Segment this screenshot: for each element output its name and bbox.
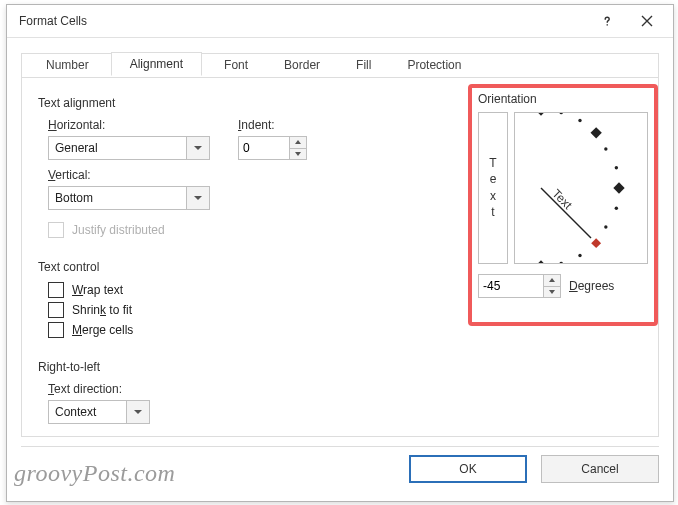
orientation-dial-svg: Text — [515, 113, 647, 263]
justify-distributed-label: Justify distributed — [72, 223, 165, 237]
tab-alignment[interactable]: Alignment — [111, 52, 202, 76]
vertical-label: Vertical: — [48, 168, 338, 182]
svg-point-6 — [578, 254, 581, 257]
orientation-dial-word: Text — [549, 187, 575, 213]
horizontal-value: General — [49, 141, 186, 155]
vertical-value: Bottom — [49, 191, 186, 205]
tab-font[interactable]: Font — [210, 53, 262, 77]
checkbox-box — [48, 222, 64, 238]
dialog-buttons: OK Cancel — [21, 446, 659, 491]
checkbox-box[interactable] — [48, 302, 64, 318]
degrees-up[interactable] — [544, 275, 560, 287]
indent-down[interactable] — [290, 149, 306, 160]
indent-value[interactable] — [239, 137, 289, 159]
svg-point-7 — [559, 262, 562, 263]
tab-protection[interactable]: Protection — [393, 53, 475, 77]
cancel-button[interactable]: Cancel — [541, 455, 659, 483]
dialog-body: Number Alignment Font Border Fill Protec… — [21, 53, 659, 437]
degrees-label: Degrees — [569, 279, 614, 293]
title-bar: Format Cells — [7, 5, 673, 38]
text-control-label: Text control — [38, 260, 338, 274]
triangle-down-icon — [295, 152, 301, 156]
combo-dropdown-button[interactable] — [186, 187, 209, 209]
indent-spinner[interactable] — [238, 136, 307, 160]
chevron-down-icon — [133, 407, 143, 417]
text-direction-combo[interactable]: Context — [48, 400, 150, 424]
window-title: Format Cells — [19, 14, 587, 28]
triangle-down-icon — [549, 290, 555, 294]
orientation-vertical-text-button[interactable]: T e x t — [478, 112, 508, 264]
tab-border[interactable]: Border — [270, 53, 334, 77]
orientation-highlight: Orientation T e x t — [468, 84, 658, 326]
tab-fill[interactable]: Fill — [342, 53, 385, 77]
text-direction-value: Context — [49, 405, 126, 419]
horizontal-combo[interactable]: General — [48, 136, 210, 160]
help-button[interactable] — [587, 5, 627, 37]
vertical-combo[interactable]: Bottom — [48, 186, 210, 210]
degrees-value[interactable] — [479, 275, 543, 297]
degrees-down[interactable] — [544, 287, 560, 298]
indent-up[interactable] — [290, 137, 306, 149]
rtl-label: Right-to-left — [38, 360, 338, 374]
orientation-label: Orientation — [478, 92, 648, 106]
chevron-down-icon — [193, 193, 203, 203]
indent-label: Indent: — [238, 118, 307, 132]
wrap-text-label: Wrap text — [72, 283, 123, 297]
svg-point-1 — [578, 119, 581, 122]
help-icon — [601, 15, 613, 27]
alignment-panel: Text alignment Horizontal: General Inden… — [22, 78, 658, 436]
horizontal-label: Horizontal: — [48, 118, 210, 132]
combo-dropdown-button[interactable] — [186, 137, 209, 159]
justify-distributed-checkbox: Justify distributed — [48, 222, 338, 238]
svg-point-5 — [604, 225, 607, 228]
wrap-text-checkbox[interactable]: Wrap text — [48, 282, 338, 298]
tab-strip: Number Alignment Font Border Fill Protec… — [32, 53, 648, 77]
format-cells-dialog: Format Cells Number Alignment Font Borde… — [6, 4, 674, 502]
ok-button[interactable]: OK — [409, 455, 527, 483]
text-direction-label: Text direction: — [48, 382, 338, 396]
chevron-down-icon — [193, 143, 203, 153]
merge-cells-checkbox[interactable]: Merge cells — [48, 322, 338, 338]
shrink-to-fit-checkbox[interactable]: Shrink to fit — [48, 302, 338, 318]
svg-point-3 — [615, 166, 618, 169]
checkbox-box[interactable] — [48, 322, 64, 338]
close-button[interactable] — [627, 5, 667, 37]
combo-dropdown-button[interactable] — [126, 401, 149, 423]
checkbox-box[interactable] — [48, 282, 64, 298]
degrees-spinner[interactable] — [478, 274, 561, 298]
orientation-dial[interactable]: Text — [514, 112, 648, 264]
close-icon — [641, 15, 653, 27]
triangle-up-icon — [295, 140, 301, 144]
text-alignment-label: Text alignment — [38, 96, 338, 110]
tab-number[interactable]: Number — [32, 53, 103, 77]
svg-point-4 — [615, 206, 618, 209]
svg-point-2 — [604, 147, 607, 150]
svg-point-0 — [559, 113, 562, 114]
shrink-label: Shrink to fit — [72, 303, 132, 317]
triangle-up-icon — [549, 278, 555, 282]
merge-label: Merge cells — [72, 323, 133, 337]
